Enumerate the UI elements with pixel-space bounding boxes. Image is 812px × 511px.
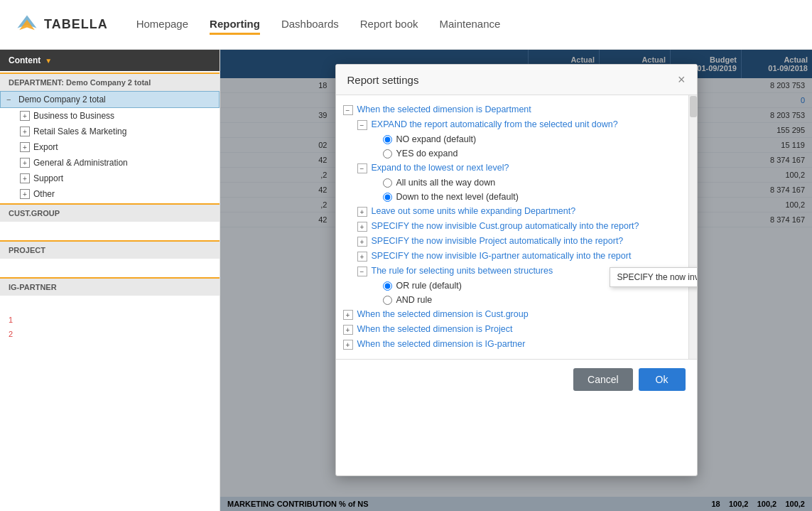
tree-expand-export[interactable]: + [20,142,30,152]
nav-report-book[interactable]: Report book [360,15,418,35]
subsection-expand-toggle[interactable]: − [357,120,367,130]
subsection-rule-label: The rule for selecting units between str… [372,266,553,276]
radio-all-units-label: All units all the way down [396,178,496,188]
section-cust-group-dim[interactable]: + When the selected dimension is Cust.gr… [336,307,697,322]
subsection-expand-level[interactable]: − Expand to the lowest or next level? [336,161,697,176]
tree-expand-support[interactable]: + [20,173,30,183]
tree-item-retail[interactable]: + Retail Sales & Marketing [0,124,220,139]
logo-icon [14,12,40,38]
subsection-expand-level-label: Expand to the lowest or next level? [372,163,509,173]
nav-maintenance[interactable]: Maintenance [439,15,500,35]
section-ig-partner-dim[interactable]: + When the selected dimension is IG-part… [336,337,697,352]
nav-reporting[interactable]: Reporting [210,15,260,35]
sidebar-header[interactable]: Content ▼ [0,50,220,71]
modal-title: Report settings [347,74,419,86]
section-ig-partner-dim-toggle[interactable]: + [343,340,353,350]
tree-expand-retail[interactable]: + [20,127,30,136]
radio-yes-expand-input[interactable] [383,149,392,158]
radio-no-expand-label: NO expand (default) [396,134,477,144]
department-section-label: DEPARTMENT: Demo Company 2 total [0,72,220,91]
radio-and-rule-label: AND rule [396,295,433,305]
subsection-expand-label: EXPAND the report automatically from the… [372,119,618,129]
subsection-project-label: SPECIFY the now invisible Project automa… [372,236,624,246]
section-department-label: When the selected dimension is Departmen… [357,104,531,114]
tooltip-cust-group: SPECIFY the now invisible Cust.group aut… [610,267,697,287]
cust-group-section: CUST.GROUP [0,203,220,222]
tree-label-support: Support [33,173,63,183]
project-section: PROJECT [0,240,220,259]
section-project-dim-toggle[interactable]: + [343,325,353,335]
sidebar-header-label: Content [9,55,40,65]
radio-next-level-label: Down to the next level (default) [396,192,519,202]
subsection-rule-toggle[interactable]: − [357,267,367,276]
subsection-project-toggle[interactable]: + [357,237,367,247]
radio-and-rule[interactable]: AND rule [336,293,697,307]
subsection-cust-group[interactable]: + SPECIFY the now invisible Cust.group a… [336,219,697,234]
sidebar-dropdown-arrow: ▼ [45,57,52,65]
tree-label-export: Export [33,142,58,152]
ok-button[interactable]: Ok [639,368,686,391]
nav-dashboards[interactable]: Dashboards [281,15,339,35]
tree-item-export[interactable]: + Export [0,139,220,155]
section-project-dim[interactable]: + When the selected dimension is Project [336,322,697,337]
section-cust-group-dim-toggle[interactable]: + [343,310,353,320]
section-project-dim-label: When the selected dimension is Project [357,324,513,334]
content-area: Actual01-09/2018 Actual01-09/2019 Budget… [220,50,812,511]
top-navigation: TABELLA Homepage Reporting Dashboards Re… [0,0,812,50]
sidebar: Content ▼ DEPARTMENT: Demo Company 2 tot… [0,50,220,511]
modal-header: Report settings × [336,65,697,95]
tree-item-general[interactable]: + General & Administration [0,155,220,171]
tree-expand-other[interactable]: + [20,189,30,199]
tree-label-retail: Retail Sales & Marketing [33,127,126,136]
tree-item-support[interactable]: + Support [0,171,220,186]
tree-item-other[interactable]: + Other [0,186,220,202]
subsection-cust-group-label: SPECIFY the now invisible Cust.group aut… [372,221,639,231]
subsection-ig-partner-label: SPECIFY the now invisible IG-partner aut… [372,251,632,261]
section-department[interactable]: − When the selected dimension is Departm… [336,102,697,117]
subsection-leave-out-label: Leave out some units while expanding Dep… [372,206,576,216]
subsection-expand-level-toggle[interactable]: − [357,163,367,173]
radio-or-rule-label: OR rule (default) [396,281,462,291]
cancel-button[interactable]: Cancel [573,368,633,391]
tree-toggle-demo[interactable]: − [6,95,16,104]
subsection-ig-partner[interactable]: + SPECIFY the now invisible IG-partner a… [336,249,697,264]
radio-next-level-input[interactable] [383,193,392,202]
ig-partner-section: IG-PARTNER [0,277,220,296]
main-nav: Homepage Reporting Dashboards Report boo… [136,15,501,35]
tree-item-b2b[interactable]: + Business to Business [0,108,220,124]
tree-label-other: Other [33,189,55,199]
radio-all-units-input[interactable] [383,178,392,188]
tree-label-general: General & Administration [33,158,128,168]
radio-no-expand-input[interactable] [383,135,392,144]
subsection-expand[interactable]: − EXPAND the report automatically from t… [336,117,697,132]
modal-body[interactable]: − When the selected dimension is Departm… [336,95,697,359]
tree-expand-b2b[interactable]: + [20,111,30,121]
modal-footer: Cancel Ok [336,359,697,399]
tree-label-b2b: Business to Business [33,111,114,121]
radio-yes-expand[interactable]: YES do expand [336,146,697,161]
section-cust-group-dim-label: When the selected dimension is Cust.grou… [357,309,529,319]
nav-homepage[interactable]: Homepage [136,15,188,35]
logo[interactable]: TABELLA [14,12,108,38]
section-ig-partner-dim-label: When the selected dimension is IG-partne… [357,339,526,349]
tree-expand-general[interactable]: + [20,158,30,168]
section-department-toggle[interactable]: − [343,105,353,115]
tree-item-demo-company[interactable]: − Demo Company 2 total [0,91,220,108]
radio-or-rule-input[interactable] [383,281,392,291]
subsection-leave-out[interactable]: + Leave out some units while expanding D… [336,204,697,219]
logo-text: TABELLA [44,17,108,32]
subsection-cust-group-toggle[interactable]: + [357,222,367,232]
radio-and-rule-input[interactable] [383,296,392,305]
radio-yes-expand-label: YES do expand [396,149,458,158]
tree-label-demo-company: Demo Company 2 total [18,95,106,104]
subsection-project[interactable]: + SPECIFY the now invisible Project auto… [336,234,697,249]
radio-all-units[interactable]: All units all the way down [336,176,697,190]
modal-close-button[interactable]: × [678,73,686,86]
modal-overlay[interactable]: Report settings × − When the selected di… [220,50,812,511]
subsection-leave-out-toggle[interactable]: + [357,207,367,217]
radio-no-expand[interactable]: NO expand (default) [336,132,697,146]
radio-next-level[interactable]: Down to the next level (default) [336,190,697,204]
report-settings-modal: Report settings × − When the selected di… [335,64,698,476]
main-layout: Content ▼ DEPARTMENT: Demo Company 2 tot… [0,50,812,511]
subsection-ig-partner-toggle[interactable]: + [357,252,367,262]
